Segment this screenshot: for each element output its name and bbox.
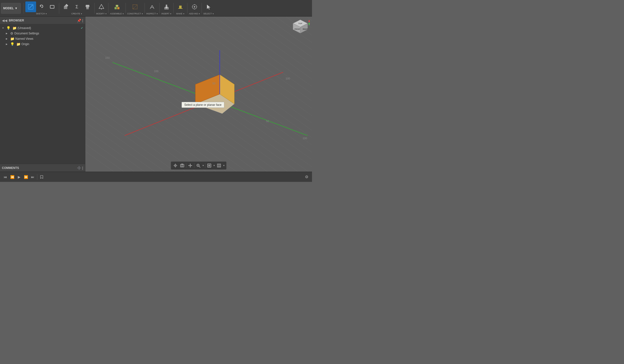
svg-rect-65 (217, 164, 221, 167)
sum-icon: Σ (76, 4, 78, 9)
browser-item-named-views[interactable]: ▶ 📁 Named Views (0, 36, 85, 41)
light-icon-origin: 💡 (10, 42, 14, 46)
browser-collapse-button[interactable]: ◀◀ (2, 19, 7, 23)
browser-more-button[interactable]: | (82, 19, 83, 23)
pan-icon (188, 163, 193, 168)
pan-button[interactable] (187, 162, 194, 169)
sketch-label[interactable]: SKETCH ▼ (36, 12, 47, 15)
zoom-button[interactable] (195, 162, 202, 169)
insert-button[interactable] (161, 1, 172, 12)
addins-button[interactable] (189, 1, 200, 12)
create-label[interactable]: CREATE ▼ (71, 12, 82, 15)
separator-1 (24, 3, 24, 14)
addins-label[interactable]: ADD-INS ▼ (189, 12, 200, 15)
snap-button[interactable] (172, 162, 179, 169)
nav-cube[interactable]: X Y TOP FRONT RIGHT (290, 19, 310, 38)
sketch-icon (27, 3, 34, 10)
loft-button[interactable] (82, 1, 93, 12)
display-mode-button[interactable] (206, 162, 213, 169)
play-button[interactable]: ▶ (16, 174, 23, 181)
comments-add-button[interactable]: ➕ (77, 166, 81, 170)
svg-line-17 (150, 5, 152, 9)
model-dropdown[interactable]: MODEL ▼ (1, 3, 21, 14)
make-button[interactable] (175, 1, 186, 12)
insert-label[interactable]: INSERT ▼ (161, 12, 172, 15)
marker-icon (40, 175, 44, 179)
viewport[interactable]: X Y TOP FRONT RIGHT Select a plane or pl… (85, 17, 312, 172)
grid-mode-icon (217, 163, 221, 168)
inspect-label[interactable]: INSPECT ▼ (146, 12, 158, 15)
bottom-sep-1 (37, 174, 37, 180)
browser-title: BROWSER (9, 19, 77, 22)
construct-icons (130, 1, 140, 12)
svg-line-16 (133, 5, 137, 9)
toolbar-group-sketch: SKETCH ▼ (25, 1, 57, 15)
comments-more-button[interactable]: | (82, 166, 83, 170)
rectangle-button[interactable] (47, 1, 57, 12)
assemble-icon (114, 4, 120, 10)
expand-arrow-unsaved[interactable]: ▼ (2, 27, 5, 29)
comments-panel: COMMENTS ➕ | (0, 164, 85, 172)
expand-arrow-doc-settings[interactable]: ▶ (6, 32, 9, 35)
inspect-button[interactable] (147, 1, 157, 12)
svg-marker-53 (188, 165, 189, 166)
zoom-icon (196, 163, 201, 168)
expand-arrow-named-views[interactable]: ▶ (6, 38, 9, 40)
select-icons (203, 1, 214, 12)
modify-label[interactable]: MODIFY ▼ (96, 12, 107, 15)
create-button[interactable] (61, 1, 71, 12)
undo-button[interactable] (36, 1, 47, 12)
make-label[interactable]: MAKE ▼ (176, 12, 184, 15)
snap-icon (173, 163, 178, 168)
settings-button[interactable]: ⚙ (303, 174, 310, 181)
viewport-controls: ▼ ▼ ▼ (171, 161, 227, 170)
zoom-dropdown-group: ▼ (195, 162, 205, 169)
svg-marker-52 (190, 167, 191, 167)
svg-rect-24 (179, 6, 182, 8)
svg-text:Y: Y (308, 23, 310, 26)
capture-button[interactable] (179, 162, 186, 169)
sketch-button[interactable] (25, 1, 36, 12)
vc-sep-1 (186, 163, 186, 168)
assemble-button[interactable] (112, 1, 122, 12)
browser-header: ◀◀ BROWSER 📌 | (0, 17, 85, 24)
bottom-bar: ⏮ ⏪ ▶ ⏩ ⏭ ⚙ (0, 172, 312, 182)
light-icon-unsaved: 💡 (6, 26, 10, 30)
toolbar-group-modify: MODIFY ▼ (96, 1, 107, 15)
grid-mode-dropdown-arrow[interactable]: ▼ (223, 162, 226, 169)
modify-button[interactable] (96, 1, 107, 12)
assemble-dropdown-arrow: ▼ (122, 13, 124, 15)
toolbar-group-construct: CONSTRUCT ▼ (127, 1, 143, 15)
toolbar-group-create: Σ CREATE ▼ (61, 1, 93, 15)
browser-item-origin[interactable]: ▶ 💡 📁 Origin (0, 41, 85, 47)
marker-button[interactable] (38, 174, 45, 181)
tooltip-text: Select a plane or planar face (184, 103, 222, 106)
zoom-dropdown-arrow[interactable]: ▼ (202, 162, 205, 169)
modify-dropdown-arrow: ▼ (105, 13, 107, 15)
construct-label[interactable]: CONSTRUCT ▼ (127, 12, 143, 15)
browser-item-doc-settings[interactable]: ▶ ⚙ Document Settings (0, 31, 85, 36)
modify-icons (96, 1, 107, 12)
construct-button[interactable] (130, 1, 140, 12)
svg-marker-54 (192, 165, 192, 166)
check-icon-unsaved: ✔ (81, 26, 83, 30)
grid-mode-button[interactable] (216, 162, 223, 169)
addins-icons (189, 1, 200, 12)
browser-item-unsaved[interactable]: ▼ 💡 📁 (Unsaved) ✔ (0, 25, 85, 31)
rectangle-icon (49, 4, 55, 10)
folder-icon-unsaved: 📁 (12, 26, 17, 30)
separator-10 (202, 3, 202, 14)
select-button[interactable] (203, 1, 214, 12)
sketch-dropdown-arrow: ▼ (45, 13, 47, 15)
display-mode-dropdown-arrow[interactable]: ▼ (213, 162, 216, 169)
step-back-button[interactable]: ⏪ (9, 174, 16, 181)
rewind-button[interactable]: ⏮ (2, 174, 9, 181)
assemble-label[interactable]: ASSEMBLE ▼ (110, 12, 124, 15)
fast-forward-button[interactable]: ⏭ (29, 174, 36, 181)
step-forward-button[interactable]: ⏩ (23, 174, 29, 181)
select-label[interactable]: SELECT ▼ (203, 12, 214, 15)
svg-rect-7 (86, 8, 89, 9)
expand-arrow-origin[interactable]: ▶ (6, 43, 9, 45)
sum-button[interactable]: Σ (71, 1, 82, 12)
browser-pin-button[interactable]: 📌 (77, 19, 81, 23)
